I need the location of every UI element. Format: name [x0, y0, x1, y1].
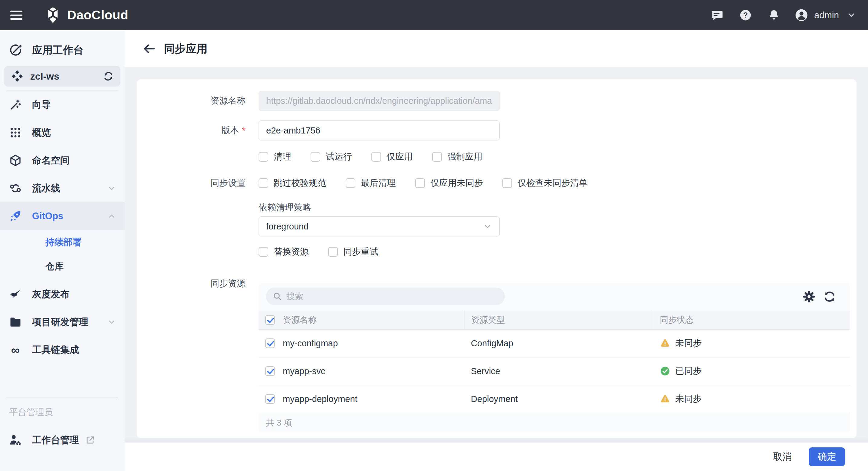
resource-name-label: 资源名称: [137, 91, 246, 111]
checkbox-apply-only[interactable]: 仅应用: [371, 151, 413, 163]
grid-dots-icon: [9, 126, 22, 139]
checkbox-prune[interactable]: 清理: [258, 151, 291, 163]
chevron-down-icon: [107, 184, 116, 193]
external-link-icon: [85, 435, 95, 445]
help-icon[interactable]: ?: [739, 8, 752, 22]
workspace-selector[interactable]: zcl-ws: [4, 66, 120, 87]
sidebar-item-gray-release[interactable]: 灰度发布: [0, 280, 125, 308]
prune-policy-label: 依赖清理策略: [258, 202, 311, 214]
row-checkbox[interactable]: [265, 394, 275, 404]
wand-icon: [9, 98, 22, 111]
menu-toggle-icon[interactable]: [10, 10, 22, 20]
switch-workspace-icon[interactable]: [102, 70, 114, 82]
svg-text:?: ?: [743, 11, 748, 19]
checkbox-retry[interactable]: 同步重试: [328, 246, 378, 258]
resources-table: 资源名称 资源类型 同步状态 my-configmap ConfigMap 未: [258, 311, 850, 413]
checkbox-apply-out-of-sync[interactable]: 仅应用未同步: [415, 177, 483, 189]
resource-name-input: [258, 91, 500, 111]
settings-gear-icon[interactable]: [802, 290, 816, 304]
infinity-icon: ∞: [11, 344, 20, 356]
checkbox-skip-schema[interactable]: 跳过校验规范: [258, 177, 326, 189]
warning-icon: [660, 338, 671, 349]
sidebar-subitem-repository[interactable]: 仓库: [0, 254, 125, 278]
checkbox-check-only[interactable]: 仅检查未同步清单: [502, 177, 588, 189]
back-button[interactable]: [142, 42, 156, 56]
version-input[interactable]: [258, 120, 500, 141]
success-icon: [660, 366, 671, 377]
prune-policy-value: foreground: [266, 222, 309, 232]
chevron-down-icon: [107, 318, 116, 327]
sidebar-item-gitops[interactable]: GitOps: [0, 202, 125, 230]
username: admin: [814, 10, 839, 20]
sidebar-item-project-management[interactable]: 项目研发管理: [0, 308, 125, 336]
cancel-button[interactable]: 取消: [765, 446, 800, 467]
daocloud-logo-icon: [44, 6, 62, 24]
chevron-down-icon: [847, 10, 856, 20]
page-header: 同步应用: [125, 30, 868, 67]
brand-name: DaoCloud: [67, 8, 128, 22]
table-row: myapp-deployment Deployment 未同步: [258, 385, 850, 413]
cube-icon: [9, 154, 22, 167]
admin-user-icon: [8, 433, 22, 447]
brand: DaoCloud: [44, 6, 128, 24]
confirm-button[interactable]: 确定: [809, 447, 845, 466]
sidebar-item-pipeline[interactable]: 流水线: [0, 174, 125, 202]
refresh-icon[interactable]: [823, 290, 837, 304]
sync-resources-label: 同步资源: [137, 277, 246, 290]
user-menu[interactable]: admin: [794, 8, 856, 22]
pipeline-icon: [9, 182, 22, 195]
chevron-down-icon: [483, 222, 492, 231]
avatar: [794, 8, 809, 22]
sidebar-subitem-continuous-deployment[interactable]: 持续部署: [0, 230, 125, 254]
table-row: my-configmap ConfigMap 未同步: [258, 329, 850, 357]
checkbox-dry-run[interactable]: 试运行: [311, 151, 352, 163]
sidebar: 应用工作台 zcl-ws 向导: [0, 30, 125, 471]
required-asterisk: *: [242, 125, 246, 136]
folder-icon: [9, 316, 22, 329]
rocket-icon: [9, 209, 22, 223]
row-checkbox[interactable]: [265, 366, 275, 376]
row-checkbox[interactable]: [265, 338, 275, 348]
sync-settings-label: 同步设置: [137, 173, 246, 193]
table-row: myapp-svc Service 已同步: [258, 357, 850, 385]
topbar: DaoCloud ?: [0, 0, 868, 30]
search-input[interactable]: [286, 292, 498, 301]
sync-options-row-3: 替换资源 同步重试: [258, 242, 398, 262]
select-all-checkbox[interactable]: [265, 315, 275, 325]
sidebar-module-header: 应用工作台: [0, 37, 125, 63]
version-label: 版本*: [137, 120, 246, 141]
sidebar-item-overview[interactable]: 概览: [0, 119, 125, 147]
action-footer: 取消 确定: [125, 443, 868, 471]
sidebar-item-namespaces[interactable]: 命名空间: [0, 147, 125, 174]
bird-icon: [9, 288, 22, 301]
notifications-bell-icon[interactable]: [767, 8, 781, 22]
checkbox-force-apply[interactable]: 强制应用: [432, 151, 483, 163]
table-total-count: 共 3 项: [258, 413, 850, 433]
page-title: 同步应用: [164, 41, 208, 56]
sidebar-item-toolchain[interactable]: ∞ 工具链集成: [0, 336, 125, 364]
content-area: 资源名称 版本* 清理 试运行 仅应用 强制应用 同步设置 跳过校验规范 最后清…: [125, 67, 868, 443]
app-workbench-icon: [8, 43, 23, 58]
chevron-up-icon: [107, 212, 116, 221]
col-header-sync-status: 同步状态: [653, 311, 850, 329]
checkbox-prune-last[interactable]: 最后清理: [346, 177, 396, 189]
resources-toolbar: [258, 283, 850, 311]
prune-policy-select[interactable]: foreground: [258, 216, 500, 236]
sidebar-item-wizard[interactable]: 向导: [0, 91, 125, 119]
messages-icon[interactable]: [710, 8, 724, 22]
role-label: 平台管理员: [9, 406, 53, 418]
warning-icon: [660, 393, 671, 404]
sync-options-row-1: 清理 试运行 仅应用 强制应用: [258, 147, 502, 167]
workspace-name: zcl-ws: [30, 71, 59, 82]
workspace-icon: [11, 70, 24, 83]
divider: [7, 397, 118, 398]
col-header-resource-type: 资源类型: [464, 311, 653, 329]
checkbox-replace[interactable]: 替换资源: [258, 246, 309, 258]
arrow-left-icon: [143, 42, 156, 55]
sync-options-row-2: 跳过校验规范 最后清理 仅应用未同步 仅检查未同步清单: [258, 173, 607, 193]
search-icon: [273, 292, 282, 301]
sync-resources-panel: 资源名称 资源类型 同步状态 my-configmap ConfigMap 未: [258, 283, 850, 432]
resource-search[interactable]: [266, 288, 505, 305]
sidebar-item-workbench-management[interactable]: 工作台管理: [0, 427, 125, 453]
sidebar-module-title: 应用工作台: [32, 43, 84, 57]
